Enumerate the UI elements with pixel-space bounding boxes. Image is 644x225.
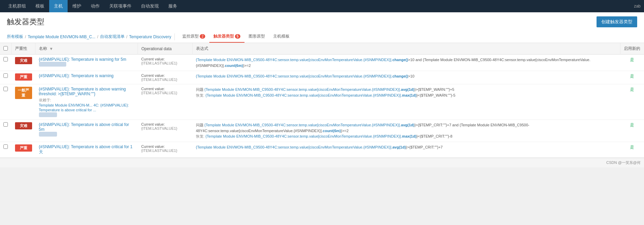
expr-func-4a[interactable]: avg(1d) [401,123,414,127]
enabled-yes-5: 是 [630,145,634,150]
severity-cell-2: 严重 [12,71,36,84]
top-navigation: 主机群组 模板 主机 维护 动作 关联项事件 自动发现 服务 zab [0,0,644,12]
tab-separator [174,33,175,40]
expr-text-4: 问题 {Template Module ENVMON-MIB_C9500-48Y… [196,122,617,139]
page-title: 触发器类型 [7,17,44,27]
tab-badge-triggers: 5 [235,34,240,39]
opdata-text-3: Current value: {ITEM.LASTVALUE1} [141,87,189,95]
enabled-yes-3: 是 [630,87,634,92]
opdata-cell-4: Current value: {ITEM.LASTVALUE1} [138,120,193,142]
th-checkbox [0,43,12,55]
opdata-cell-3: Current value: {ITEM.LASTVALUE1} [138,84,193,120]
nav-services[interactable]: 服务 [164,0,182,12]
opdata-text-2: Current value: {ITEM.LASTVALUE1} [141,73,189,82]
expr-text-5: {Template Module ENVMON-MIB_C9500-48Y4C:… [196,144,617,150]
opdata-text-1: Current value: {ITEM.LASTVALUE1} [141,57,189,65]
expr-cell-1: {Template Module ENVMON-MIB_C9500-48Y4C:… [193,55,620,71]
trigger-name-link-5[interactable]: {#SNMPVALUE}: Temperature is above criti… [39,144,132,154]
name-cell-1: {#SNMPVALUE}: Temperature is warning for… [36,55,138,71]
severity-cell-1: 灾难 [12,55,36,71]
severity-cell-3: 一般严重 [12,84,36,120]
watermark-text: CSDN @一笑东@何 [606,160,641,165]
name-cell-4: {#SNMPVALUE}: Temperature is above criti… [36,120,138,142]
sort-desc-icon: ▼ [49,46,53,51]
expr-link-5[interactable]: {Template Module ENVMON-MIB_C9500-48Y4C:… [196,145,393,149]
expr-func-3b[interactable]: max(1d) [402,93,416,97]
expr-link-1a[interactable]: {Template Module ENVMON-MIB_C9500-48Y4C:… [196,58,393,62]
breadcrumb-discovery-list[interactable]: 自动发现清单 [100,34,125,40]
expr-link-3a[interactable]: {Template Module ENVMON-MIB_C9500-48Y4C:… [205,87,401,92]
severity-badge-disaster: 灾难 [15,57,32,64]
expr-link-4a[interactable]: {Template Module ENVMON-MIB_C9500-48Y4C:… [205,123,401,127]
breadcrumb-template[interactable]: Template Module ENVMON-MIB_C... [28,34,95,39]
table-header-row: 严重性 名称 ▼ Operational data 表达式 启用新的 [0,43,644,55]
nav-actions[interactable]: 动作 [86,0,104,12]
expr-link-2[interactable]: {Template Module ENVMON-MIB_C9500-48Y4C:… [196,74,393,78]
nav-hostgroups[interactable]: 主机群组 [3,0,31,12]
trigger-name-link-3[interactable]: {#SNMPVALUE}: Temperature is above warni… [39,87,126,96]
enabled-yes-1: 是 [630,57,634,62]
opdata-cell-1: Current value: {ITEM.LASTVALUE1} [138,55,193,71]
row-checkbox[interactable] [3,122,8,127]
nav-maintenance[interactable]: 维护 [68,0,86,12]
th-name[interactable]: 名称 ▼ [36,43,138,55]
enabled-cell-3: 是 [620,84,644,120]
username: zab [634,4,641,9]
row-checkbox[interactable] [3,57,8,61]
expr-text-3: 问题 {Template Module ENVMON-MIB_C9500-48Y… [196,87,617,98]
create-trigger-prototype-button[interactable]: 创建触发器类型 [597,16,637,27]
expr-func-3a[interactable]: avg(1d) [401,87,414,92]
enabled-cell-2: 是 [620,71,644,84]
row-checkbox[interactable] [3,144,8,149]
opdata-cell-5: Current value: {ITEM.LASTVALUE1} [138,142,193,157]
breadcrumb-sep-3: / [126,34,127,39]
expr-func-4c[interactable]: max(1d) [402,134,416,138]
bottom-bar: CSDN @一笑东@何 [0,158,644,167]
expr-text-1: {Template Module ENVMON-MIB_C9500-48Y4C:… [196,57,617,68]
tab-graph-prototypes[interactable]: 图形原型 [244,31,269,43]
tab-trigger-prototypes[interactable]: 触发器类型5 [209,31,244,43]
row-checkbox-cell [0,55,12,71]
tab-host-templates[interactable]: 主机模板 [269,31,294,43]
expr-cell-2: {Template Module ENVMON-MIB_C9500-48Y4C:… [193,71,620,84]
nav-discovery[interactable]: 自动发现 [136,0,164,12]
th-enabled: 启用新的 [620,43,644,55]
enabled-cell-5: 是 [620,142,644,157]
depends-label-3: 依赖于: [39,98,135,103]
expr-link-3b[interactable]: {Template Module ENVMON-MIB_C9500-48Y4C:… [206,93,402,97]
severity-badge-warning: 一般严重 [15,87,32,99]
name-sort-header[interactable]: 名称 ▼ [39,46,134,52]
trigger-name-link-1[interactable]: {#SNMPVALUE}: Temperature is warning for… [39,57,126,62]
expr-func-4b[interactable]: count(6m) [323,129,341,133]
breadcrumb-temperature-discovery[interactable]: Temperature Discovery [129,34,171,39]
select-all-checkbox[interactable] [3,46,8,51]
trigger-name-link-2[interactable]: {#SNMPVALUE}: Temperature is warning [39,73,114,78]
expr-cell-5: {Template Module ENVMON-MIB_C9500-48Y4C:… [193,142,620,157]
table-wrapper: 严重性 名称 ▼ Operational data 表达式 启用新的 [0,43,644,158]
table-row: 严重 {#SNMPVALUE}: Temperature is warning … [0,71,644,84]
tab-item-prototypes[interactable]: 监控原型2 [178,31,209,43]
expr-link-4b[interactable]: {Template Module ENVMON-MIB_C9500-48Y4C:… [206,134,402,138]
opdata-text-5: Current value: {ITEM.LASTVALUE1} [141,144,189,153]
nav-templates[interactable]: 模板 [31,0,49,12]
enabled-cell-4: 是 [620,120,644,142]
row-checkbox-cell [0,71,12,84]
expr-func-1a[interactable]: change() [392,58,408,62]
breadcrumb-all-templates[interactable]: 所有模板 [7,34,23,40]
nav-items: 主机群组 模板 主机 维护 动作 关联项事件 自动发现 服务 [3,0,182,12]
nav-correlations[interactable]: 关联项事件 [104,0,136,12]
table-row: 灾难 {#SNMPVALUE}: Temperature is above cr… [0,120,644,142]
depends-link-3[interactable]: Template Module ENVMON-M... 4C: {#SNMPVA… [39,103,129,112]
severity-badge-high-5: 严重 [15,144,32,152]
trigger-name-link-4[interactable]: {#SNMPVALUE}: Temperature is above criti… [39,122,129,132]
expr-func-2[interactable]: change() [392,74,408,78]
expr-func-5[interactable]: avg(1d) [392,145,406,149]
expr-cell-3: 问题 {Template Module ENVMON-MIB_C9500-48Y… [193,84,620,120]
row-checkbox[interactable] [3,73,8,78]
problem-label-4: 问题 [196,123,205,127]
expr-func-1b[interactable]: count(6m) [225,64,243,68]
severity-badge-high: 严重 [15,73,32,81]
row-checkbox[interactable] [3,87,8,91]
nav-hosts[interactable]: 主机 [49,0,68,12]
th-opdata: Operational data [138,43,193,55]
